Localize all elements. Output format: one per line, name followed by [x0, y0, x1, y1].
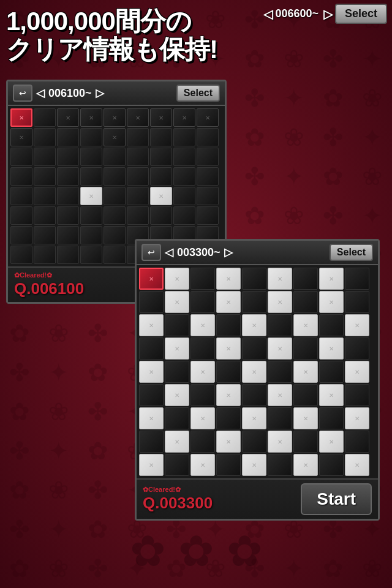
grid-cell[interactable]	[80, 167, 102, 186]
grid-cell[interactable]	[319, 291, 344, 313]
grid-cell[interactable]	[104, 226, 126, 244]
grid-cell[interactable]	[104, 206, 126, 225]
grid-cell[interactable]	[139, 314, 164, 336]
grid-cell[interactable]	[190, 407, 215, 429]
grid-cell[interactable]	[216, 407, 241, 429]
grid-cell[interactable]	[127, 108, 149, 127]
grid-cell[interactable]	[293, 431, 318, 453]
grid-cell[interactable]	[293, 407, 318, 429]
grid-cell[interactable]	[57, 226, 79, 244]
grid-cell[interactable]	[165, 454, 189, 476]
grid-cell[interactable]	[150, 187, 172, 205]
grid-cell[interactable]	[293, 268, 318, 290]
panel1-arrow-right[interactable]: ▷	[96, 86, 104, 100]
grid-cell[interactable]	[293, 454, 318, 476]
grid-cell[interactable]	[139, 431, 164, 453]
grid-cell[interactable]	[127, 167, 149, 186]
grid-cell[interactable]	[10, 206, 32, 225]
grid-cell[interactable]	[173, 167, 195, 186]
grid-cell[interactable]	[345, 454, 369, 476]
grid-cell[interactable]	[104, 246, 126, 264]
grid-cell[interactable]	[139, 268, 164, 290]
panel1-select-button[interactable]: Select	[176, 85, 220, 102]
grid-cell[interactable]	[190, 337, 215, 360]
grid-cell[interactable]	[319, 361, 344, 383]
grid-cell[interactable]	[10, 167, 32, 186]
grid-cell[interactable]	[345, 314, 369, 336]
grid-cell[interactable]	[127, 187, 149, 205]
grid-cell[interactable]	[57, 148, 79, 166]
grid-cell[interactable]	[80, 148, 102, 166]
grid-cell[interactable]	[190, 361, 215, 383]
grid-cell[interactable]	[10, 187, 32, 205]
grid-cell[interactable]	[190, 454, 215, 476]
panel2-arrow-right[interactable]: ▷	[224, 246, 233, 259]
grid-cell[interactable]	[216, 268, 241, 290]
panel1-back-button[interactable]: ↩	[13, 85, 32, 102]
grid-cell[interactable]	[345, 431, 369, 453]
grid-cell[interactable]	[197, 128, 219, 146]
grid-cell[interactable]	[242, 431, 266, 453]
grid-cell[interactable]	[150, 167, 172, 186]
panel2-select-button[interactable]: Select	[330, 244, 373, 261]
grid-cell[interactable]	[127, 148, 149, 166]
grid-cell[interactable]	[139, 361, 164, 383]
grid-cell[interactable]	[345, 337, 369, 360]
grid-cell[interactable]	[345, 384, 369, 406]
grid-cell[interactable]	[139, 454, 164, 476]
grid-cell[interactable]	[268, 361, 292, 383]
grid-cell[interactable]	[34, 167, 56, 186]
grid-cell[interactable]	[190, 268, 215, 290]
grid-cell[interactable]	[197, 148, 219, 166]
grid-cell[interactable]	[10, 226, 32, 244]
grid-cell[interactable]	[216, 384, 241, 406]
top-select-button[interactable]: Select	[335, 4, 387, 24]
grid-cell[interactable]	[242, 291, 266, 313]
grid-cell[interactable]	[139, 407, 164, 429]
grid-cell[interactable]	[216, 361, 241, 383]
grid-cell[interactable]	[173, 206, 195, 225]
grid-cell[interactable]	[242, 337, 266, 360]
grid-cell[interactable]	[34, 187, 56, 205]
grid-cell[interactable]	[165, 361, 189, 383]
grid-cell[interactable]	[34, 226, 56, 244]
grid-cell[interactable]	[268, 291, 292, 313]
grid-cell[interactable]	[190, 314, 215, 336]
grid-cell[interactable]	[216, 431, 241, 453]
grid-cell[interactable]	[319, 407, 344, 429]
grid-cell[interactable]	[165, 268, 189, 290]
grid-cell[interactable]	[10, 128, 32, 146]
grid-cell[interactable]	[104, 128, 126, 146]
grid-cell[interactable]	[345, 407, 369, 429]
grid-cell[interactable]	[216, 454, 241, 476]
grid-cell[interactable]	[293, 384, 318, 406]
grid-cell[interactable]	[57, 128, 79, 146]
panel2-arrow-left[interactable]: ◁	[165, 246, 173, 259]
grid-cell[interactable]	[242, 407, 266, 429]
grid-cell[interactable]	[173, 187, 195, 205]
grid-cell[interactable]	[190, 291, 215, 313]
grid-cell[interactable]	[57, 187, 79, 205]
grid-cell[interactable]	[197, 206, 219, 225]
grid-cell[interactable]	[345, 268, 369, 290]
grid-cell[interactable]	[165, 314, 189, 336]
grid-cell[interactable]	[150, 128, 172, 146]
grid-cell[interactable]	[216, 337, 241, 360]
grid-cell[interactable]	[173, 148, 195, 166]
grid-cell[interactable]	[10, 148, 32, 166]
grid-cell[interactable]	[57, 246, 79, 264]
grid-cell[interactable]	[150, 206, 172, 225]
grid-cell[interactable]	[190, 431, 215, 453]
grid-cell[interactable]	[165, 291, 189, 313]
grid-cell[interactable]	[34, 246, 56, 264]
panel1-arrow-left[interactable]: ◁	[36, 86, 45, 100]
grid-cell[interactable]	[268, 314, 292, 336]
grid-cell[interactable]	[80, 187, 102, 205]
grid-cell[interactable]	[190, 384, 215, 406]
panel2-back-button[interactable]: ↩	[141, 244, 161, 261]
grid-cell[interactable]	[104, 187, 126, 205]
grid-cell[interactable]	[242, 384, 266, 406]
grid-cell[interactable]	[216, 291, 241, 313]
grid-cell[interactable]	[242, 314, 266, 336]
grid-cell[interactable]	[293, 291, 318, 313]
